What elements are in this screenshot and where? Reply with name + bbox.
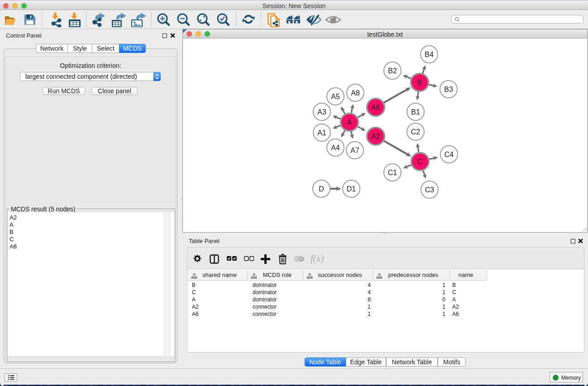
svg-text:B3: B3 (444, 86, 453, 93)
svg-text:B: B (417, 79, 422, 86)
svg-text:A4: A4 (331, 144, 340, 152)
svg-text:A3: A3 (317, 108, 326, 116)
svg-text:C2: C2 (411, 128, 421, 136)
svg-text:C: C (417, 158, 423, 166)
svg-text:A: A (347, 119, 352, 126)
svg-text:B1: B1 (411, 108, 420, 116)
svg-text:A6: A6 (371, 104, 380, 111)
svg-text:C1: C1 (388, 169, 397, 176)
svg-text:A7: A7 (350, 147, 359, 154)
svg-text:A5: A5 (331, 93, 340, 100)
svg-text:B4: B4 (425, 51, 434, 58)
svg-text:C4: C4 (445, 151, 454, 158)
svg-text:B2: B2 (388, 67, 397, 75)
svg-text:A1: A1 (317, 129, 326, 137)
svg-text:A2: A2 (371, 133, 380, 140)
svg-text:C3: C3 (425, 186, 435, 194)
svg-text:A8: A8 (351, 89, 360, 97)
svg-text:D1: D1 (347, 185, 356, 193)
svg-text:D: D (319, 185, 324, 193)
